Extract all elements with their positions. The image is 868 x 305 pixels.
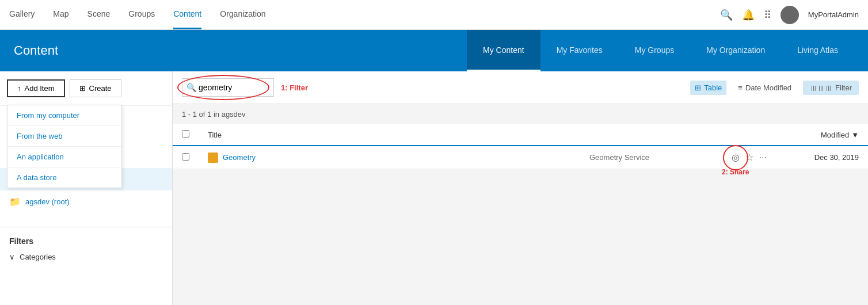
- nav-gallery[interactable]: Gallery: [9, 0, 35, 29]
- date-modified-label: Date Modified: [745, 83, 791, 92]
- row-actions-cell: ◎ 2: Share ☆ ···: [695, 146, 776, 169]
- avatar[interactable]: [781, 6, 799, 24]
- bell-icon[interactable]: 🔔: [742, 9, 755, 21]
- nav-scene[interactable]: Scene: [87, 0, 111, 29]
- modified-label: Modified: [821, 131, 849, 139]
- create-button[interactable]: ⊞ Create: [70, 79, 121, 97]
- top-nav-links: Gallery Map Scene Groups Content Organiz…: [9, 0, 720, 29]
- th-modified[interactable]: Modified ▼: [776, 124, 868, 146]
- content-header: Content My Content My Favorites My Group…: [0, 30, 868, 71]
- content-title: Content: [14, 43, 467, 58]
- table-label: Table: [704, 83, 722, 92]
- sidebar: ↑ Add Item ⊞ Create From my computer Fro…: [0, 71, 173, 305]
- row-checkbox[interactable]: [182, 153, 189, 161]
- th-actions: [695, 124, 776, 146]
- categories-label: Categories: [20, 253, 56, 261]
- nav-organization[interactable]: Organization: [220, 0, 265, 29]
- share-icon-wrap: ◎ 2: Share: [732, 152, 740, 163]
- nav-groups[interactable]: Groups: [128, 0, 155, 29]
- filter-button[interactable]: ⫼⫼⫼ Filter: [803, 81, 859, 95]
- main-content: 🔍 1: Filter ⊞ Table ≡ Date Modified ⫼⫼⫼ …: [173, 71, 868, 305]
- content-tabs: My Content My Favorites My Groups My Org…: [467, 30, 854, 71]
- search-bar: 🔍 1: Filter ⊞ Table ≡ Date Modified ⫼⫼⫼ …: [173, 71, 868, 104]
- main-layout: ↑ Add Item ⊞ Create From my computer Fro…: [0, 71, 868, 305]
- results-info: 1 - 1 of 1 in agsdev: [173, 104, 868, 124]
- th-checkbox: [173, 124, 199, 146]
- filter-label: Filter: [835, 83, 852, 92]
- sidebar-item-agsdev-root[interactable]: 📁 agsdev (root): [0, 190, 172, 213]
- search-inline-icon: 🔍: [186, 83, 196, 92]
- search-wrapper: 🔍: [182, 78, 274, 97]
- more-options-icon[interactable]: ···: [759, 152, 767, 163]
- tab-my-favorites[interactable]: My Favorites: [540, 30, 619, 71]
- right-controls: ⊞ Table ≡ Date Modified ⫼⫼⫼ Filter: [690, 81, 859, 95]
- tab-my-groups[interactable]: My Groups: [619, 30, 690, 71]
- add-item-button[interactable]: ↑ Add Item: [7, 79, 65, 97]
- table-row: Geometry Geometry Service ◎ 2: Share: [173, 146, 868, 169]
- date-modified-button[interactable]: ≡ Date Modified: [733, 81, 796, 95]
- service-label: Geometry Service: [589, 153, 649, 162]
- sort-arrow-icon: ▼: [851, 131, 859, 139]
- top-nav: Gallery Map Scene Groups Content Organiz…: [0, 0, 868, 30]
- sort-icon: ≡: [738, 83, 743, 92]
- item-toolbar: ↑ Add Item ⊞ Create: [0, 71, 172, 106]
- top-nav-right: 🔍 🔔 ⠿ MyPortalAdmin: [720, 6, 859, 24]
- create-label: Create: [89, 84, 112, 93]
- grid-icon[interactable]: ⠿: [764, 9, 771, 21]
- row-date-cell: Dec 30, 2019: [776, 146, 868, 169]
- favorite-icon[interactable]: ☆: [745, 152, 753, 163]
- plus-icon: ⊞: [79, 84, 86, 93]
- dropdown-application[interactable]: An application: [7, 147, 121, 167]
- th-service: [580, 124, 695, 146]
- chevron-down-icon: ∨: [9, 253, 15, 261]
- tab-my-organization[interactable]: My Organization: [690, 30, 781, 71]
- table-icon: ⊞: [695, 83, 701, 92]
- item-title-link[interactable]: Geometry: [223, 153, 256, 162]
- filters-section: Filters ∨ Categories: [0, 227, 172, 270]
- upload-icon: ↑: [17, 84, 21, 93]
- row-service-cell: Geometry Service: [580, 146, 695, 169]
- dropdown-from-computer[interactable]: From my computer: [7, 105, 121, 125]
- row-title-cell: Geometry: [199, 146, 580, 169]
- select-all-checkbox[interactable]: [182, 130, 189, 138]
- add-item-label: Add Item: [25, 84, 55, 93]
- nav-content[interactable]: Content: [173, 0, 201, 29]
- dropdown-from-web[interactable]: From the web: [7, 126, 121, 146]
- row-checkbox-cell: [173, 146, 199, 169]
- th-title: Title: [199, 124, 580, 146]
- filters-title: Filters: [9, 237, 163, 246]
- nav-map[interactable]: Map: [53, 0, 68, 29]
- add-item-dropdown: From my computer From the web An applica…: [7, 105, 122, 188]
- tab-my-content[interactable]: My Content: [467, 30, 540, 71]
- categories-filter[interactable]: ∨ Categories: [9, 253, 163, 261]
- share-annotation: 2: Share: [722, 168, 749, 176]
- search-icon[interactable]: 🔍: [720, 9, 733, 21]
- date-value: Dec 30, 2019: [814, 153, 859, 162]
- share-icon[interactable]: ◎: [732, 152, 740, 162]
- filter-badge: 1: Filter: [281, 83, 308, 92]
- dropdown-data-store[interactable]: A data store: [7, 167, 121, 188]
- tab-living-atlas[interactable]: Living Atlas: [781, 30, 854, 71]
- table-view-button[interactable]: ⊞ Table: [690, 81, 726, 95]
- item-folder-icon: [208, 152, 218, 163]
- folder-icon: 📁: [9, 196, 21, 207]
- sidebar-agsdev-root-label: agsdev (root): [25, 197, 70, 206]
- content-table: Title Modified ▼: [173, 124, 868, 169]
- filter-icon: ⫼⫼⫼: [810, 83, 832, 92]
- admin-label: MyPortalAdmin: [808, 10, 859, 19]
